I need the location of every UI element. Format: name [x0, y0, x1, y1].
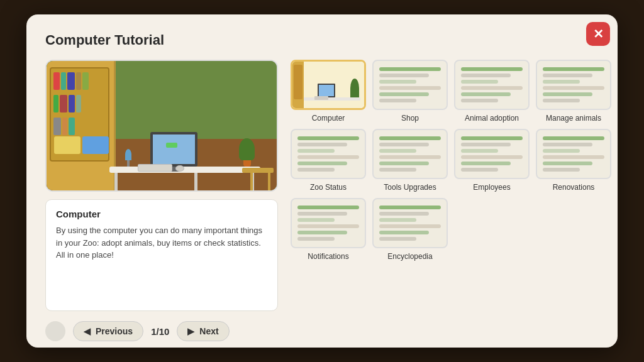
thumbnail-renovations	[536, 129, 611, 179]
page-indicator: 1/10	[151, 326, 169, 337]
thumbnail-shop	[372, 60, 448, 110]
scene-illustration	[47, 61, 277, 190]
preview-image	[45, 60, 278, 192]
previous-label: Previous	[96, 326, 133, 336]
modal-title: Computer Tutorial	[45, 32, 599, 48]
tutorial-item-tools-upgrades[interactable]: Tools Upgrades	[372, 129, 448, 192]
item-label-tools-upgrades: Tools Upgrades	[384, 183, 436, 192]
description-title: Computer	[56, 209, 267, 219]
tutorial-item-animal-adoption[interactable]: Animal adoption	[454, 60, 530, 123]
modal-overlay: Computer Tutorial ✕	[0, 0, 644, 362]
tutorial-item-computer[interactable]: Computer	[291, 60, 366, 123]
next-label: Next	[199, 326, 218, 336]
tutorial-item-employees[interactable]: Employees	[454, 129, 530, 192]
item-label-computer: Computer	[312, 114, 345, 123]
thumbnail-zoo-status	[291, 129, 366, 179]
description-box: Computer By using the computer you can d…	[45, 199, 278, 311]
tutorial-item-notifications[interactable]: Notifications	[291, 198, 366, 261]
item-label-zoo-status: Zoo Status	[310, 183, 347, 192]
bottom-navigation: ◀ Previous 1/10 ▶ Next	[45, 321, 599, 341]
tutorial-item-renovations[interactable]: Renovations	[536, 129, 611, 192]
content-area: Computer By using the computer you can d…	[45, 60, 599, 311]
tutorial-item-manage-animals[interactable]: Manage animals	[536, 60, 611, 123]
item-label-animal-adoption: Animal adoption	[465, 114, 519, 123]
item-label-encyclopedia: Encyclopedia	[387, 252, 432, 261]
item-label-renovations: Renovations	[553, 183, 595, 192]
description-text: By using the computer you can do many im…	[56, 224, 267, 261]
left-panel: Computer By using the computer you can d…	[45, 60, 278, 311]
next-arrow-icon: ▶	[187, 326, 194, 336]
thumbnail-computer	[291, 60, 366, 110]
nav-circle-button[interactable]	[45, 321, 65, 341]
thumbnail-manage-animals	[536, 60, 611, 110]
page-total: 10	[159, 326, 170, 337]
item-label-employees: Employees	[473, 183, 510, 192]
thumbnail-notifications	[291, 198, 366, 248]
thumbnail-tools-upgrades	[372, 129, 448, 179]
thumbnail-animal-adoption	[454, 60, 530, 110]
thumbnail-encyclopedia	[372, 198, 448, 248]
tutorial-items-grid: ComputerShopAnimal adoptionManage animal…	[291, 60, 611, 311]
previous-button[interactable]: ◀ Previous	[73, 321, 143, 341]
tutorial-modal: Computer Tutorial ✕	[26, 14, 618, 348]
tutorial-item-shop[interactable]: Shop	[372, 60, 448, 123]
item-label-shop: Shop	[401, 114, 419, 123]
tutorial-item-encyclopedia[interactable]: Encyclopedia	[372, 198, 448, 261]
item-label-notifications: Notifications	[308, 252, 348, 261]
item-label-manage-animals: Manage animals	[546, 114, 601, 123]
next-button[interactable]: ▶ Next	[177, 321, 229, 341]
previous-arrow-icon: ◀	[84, 326, 91, 336]
close-icon: ✕	[593, 26, 604, 41]
thumbnail-employees	[454, 129, 530, 179]
close-button[interactable]: ✕	[586, 22, 610, 46]
tutorial-item-zoo-status[interactable]: Zoo Status	[291, 129, 366, 192]
